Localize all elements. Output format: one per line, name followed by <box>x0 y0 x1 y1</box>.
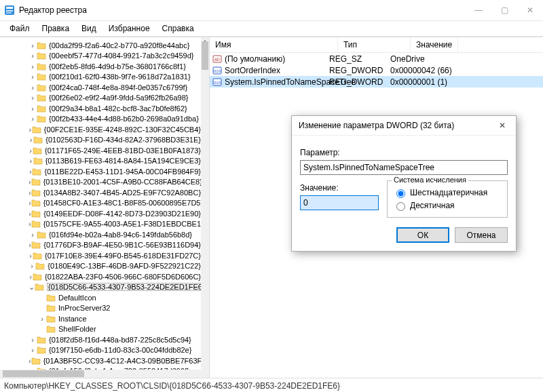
tree-item-label: {01776DF3-B9AF-4E50-9B1C-56E93B116D94} <box>43 241 201 249</box>
tree-item[interactable]: ›{01A3BF5C-CC93-4C12-A4C3-09B0BBE7F63F} <box>0 355 201 366</box>
value-row[interactable]: 010SortOrderIndexREG_DWORD0x00000042 (66… <box>210 64 543 76</box>
expand-chevron-icon[interactable]: › <box>29 262 35 270</box>
tree-item[interactable]: ›{0102563D-F16D-434d-82A2-37968BD3E31E} <box>0 135 201 146</box>
tree-item[interactable]: ›{00f26e02-e9f2-4a9f-9fdd-5a9f62fb26a98} <box>0 93 201 104</box>
value-data: 0x00000001 (1) <box>390 77 543 87</box>
tree-item[interactable]: ›{00da2f99-f2a6-40c2-b770-a920f8e44abc} <box>0 40 201 51</box>
tree-item[interactable]: ›{0149EEDF-D08F-4142-8D73-D23903D21E90} <box>0 208 201 219</box>
radio-dec[interactable]: Десятичная <box>393 200 502 211</box>
tree-item[interactable]: ›{00eebf57-477d-4084-9921-7ab3c2c9459d} <box>0 51 201 62</box>
menu-edit[interactable]: Правка <box>37 22 75 35</box>
expand-chevron-icon[interactable]: › <box>29 157 33 165</box>
tree-item[interactable]: ›{011BE22D-E453-11D1-945A-00C04FB984F9} <box>0 166 201 177</box>
tree-item[interactable]: ›{0113B619-FE63-4814-8A84-15A194CE9CE3} <box>0 156 201 167</box>
expand-chevron-icon[interactable]: › <box>29 52 37 60</box>
value-data: 0x00000042 (66) <box>390 66 543 75</box>
expand-chevron-icon[interactable]: › <box>29 115 37 123</box>
tree-item[interactable]: DefaultIcon <box>0 292 201 303</box>
value-data: OneDrive <box>390 54 543 64</box>
hscroll-thumb[interactable] <box>3 370 84 377</box>
tree-item-label: {00f210d1-62f0-438b-9f7e-9618d72a1831} <box>49 73 191 81</box>
tree-item[interactable]: ›{01822ABA-23F0-4506-966C-680F5D6D606C} <box>0 271 201 282</box>
tree-item[interactable]: ›{0134A8B2-3407-4B45-AD25-E9F7C92A80BC} <box>0 187 201 198</box>
tree-item-label: {016fd94e-b02a-4ab8-94c6-149fdab56b8d} <box>49 231 192 239</box>
expand-chevron-icon[interactable]: › <box>29 62 37 71</box>
tree-item-label: {01822ABA-23F0-4506-966C-680F5D6D606C} <box>45 273 201 281</box>
col-value[interactable]: Значение <box>411 37 458 52</box>
col-type[interactable]: Тип <box>338 37 411 52</box>
tree-item[interactable]: ShellFolder <box>0 324 201 335</box>
tree-item[interactable]: ›{00f29a34-b8a1-482c-bcf8-3ac7b0fe8f62} <box>0 103 201 114</box>
expand-chevron-icon[interactable]: › <box>29 104 37 113</box>
dialog-titlebar[interactable]: Изменение параметра DWORD (32 бита) ✕ <box>292 116 516 136</box>
tree-item[interactable]: InProcServer32 <box>0 303 201 314</box>
tree-item[interactable]: ›{00f24ca0-748f-4e8a-894f-0e0357c6799f} <box>0 82 201 93</box>
expand-chevron-icon[interactable]: › <box>29 41 37 50</box>
tree-vscroll[interactable]: ▲ ▼ <box>201 37 209 378</box>
tree-item-label: Instance <box>58 315 87 323</box>
menu-file[interactable]: Файл <box>4 22 35 35</box>
radio-hex[interactable]: Шестнадцатеричная <box>393 187 502 198</box>
expand-chevron-icon[interactable]: › <box>29 136 33 144</box>
tree-item[interactable]: ›{01776DF3-B9AF-4E50-9B1C-56E93B116D94} <box>0 240 201 251</box>
tree-item[interactable]: ›{01458CF0-A1E3-48C1-B8F85-00600895E7D5} <box>0 198 201 209</box>
status-path: Компьютер\HKEY_CLASSES_ROOT\CLSID\{018D5… <box>4 381 340 391</box>
tree-item[interactable]: ›{01171F65-249E-4EEB-81BD-03E1B0FA1873} <box>0 145 201 156</box>
scroll-thumb[interactable] <box>202 41 208 70</box>
tree-item-label: InProcServer32 <box>58 304 110 312</box>
tree-hscroll[interactable] <box>0 370 209 378</box>
tree-item[interactable]: ›Instance <box>0 313 201 324</box>
value-name: SortOrderIndex <box>225 66 280 75</box>
menu-help[interactable]: Справка <box>157 22 200 35</box>
svg-text:010: 010 <box>214 81 221 85</box>
tree-item[interactable]: ›{00f2eb5-8fd6-4d9d-b75e-36801766c8f1} <box>0 61 201 72</box>
expand-chevron-icon[interactable]: › <box>29 94 37 102</box>
tree-item-label: {0102563D-F16D-434d-82A2-37968BD3E31E} <box>45 136 201 144</box>
tree-item[interactable]: ›{0131BE10-2001-4C5F-A9B0-CC88FAB64CE8} <box>0 177 201 188</box>
tree-item[interactable]: ›{01575CFE-9A55-4003-A5E1-F38D1EBDCBE1} <box>0 219 201 230</box>
menu-favorites[interactable]: Избранное <box>103 22 155 35</box>
tree-item[interactable]: ›{00f210d1-62f0-438b-9f7e-9618d72a1831} <box>0 72 201 83</box>
tree-item[interactable]: ›{00f2b433-44e4-4d88-b62b0-2698a0a91dba} <box>0 114 201 125</box>
tree-item[interactable]: ›{016fd94e-b02a-4ab8-94c6-149fdab56b8d} <box>0 229 201 240</box>
dialog-close-button[interactable]: ✕ <box>493 119 512 132</box>
svg-rect-3 <box>6 12 12 14</box>
tree-item-label: {01575CFE-9A55-4003-A5E1-F38D1EBDCBE1} <box>43 220 204 228</box>
tree-item-label: {0131BE10-2001-4C5F-A9B0-CC88FAB64CE8} <box>43 178 202 186</box>
tree-item-label: DefaultIcon <box>58 294 96 302</box>
radio-hex-input[interactable] <box>396 189 405 198</box>
tree-item-label: {0149EEDF-D08F-4142-8D73-D23903D21E90} <box>43 210 201 218</box>
tree-item[interactable]: ›{018f2d58-f16d-448a-bd87-225c8c5d5c94} <box>0 334 201 345</box>
tree-item-label: {00da2f99-f2a6-40c2-b770-a920f8e44abc} <box>49 41 189 50</box>
maximize-button[interactable]: ▢ <box>491 0 517 20</box>
expand-chevron-icon[interactable]: › <box>29 73 37 81</box>
regedit-icon <box>4 5 15 16</box>
value-type: REG_DWORD <box>329 66 390 75</box>
menu-view[interactable]: Вид <box>76 22 102 35</box>
expand-chevron-icon[interactable]: ⌄ <box>29 283 35 292</box>
expand-chevron-icon[interactable]: › <box>29 336 37 344</box>
value-row[interactable]: ab(По умолчанию)REG_SZOneDrive <box>210 53 543 64</box>
value-input[interactable] <box>300 195 379 210</box>
registry-tree[interactable]: ›{00da2f99-f2a6-40c2-b770-a920f8e44abc}›… <box>0 37 210 378</box>
ok-button[interactable]: ОК <box>396 227 449 243</box>
expand-chevron-icon[interactable]: › <box>38 315 46 323</box>
tree-item[interactable]: ⌄{018D5C66-4533-4307-9B53-224DE2ED1FE6} <box>0 282 201 293</box>
close-button[interactable]: ✕ <box>517 0 543 20</box>
expand-chevron-icon[interactable]: › <box>29 83 37 92</box>
value-row[interactable]: 010System.IsPinnedToNameSpaceTreeREG_DWO… <box>210 76 543 87</box>
expand-chevron-icon[interactable]: › <box>29 231 37 239</box>
column-headers[interactable]: Имя Тип Значение <box>210 37 543 53</box>
param-field <box>300 160 508 175</box>
expand-chevron-icon[interactable]: › <box>29 346 37 354</box>
tree-item[interactable]: ›{019f7150-e6db-11d0-83c3-00c04fddb82e} <box>0 345 201 356</box>
tree-item[interactable]: ›{0180E49C-13BF-46DB-9AFD-9F522921C22} <box>0 261 201 272</box>
tree-item-label: {00f24ca0-748f-4e8a-894f-0e0357c6799f} <box>49 83 187 92</box>
col-name[interactable]: Имя <box>210 37 338 52</box>
minimize-button[interactable]: — <box>466 0 491 20</box>
tree-item[interactable]: ›{00F2CE1E-935E-4248-892C-130F32C45CB4} <box>0 124 201 135</box>
radio-dec-input[interactable] <box>396 202 405 211</box>
tree-item-label: {017F10E8-39E4-49F0-B545-618DE31FD27C} <box>45 252 201 260</box>
cancel-button[interactable]: Отмена <box>455 227 508 243</box>
tree-item[interactable]: ›{017F10E8-39E4-49F0-B545-618DE31FD27C} <box>0 250 201 261</box>
